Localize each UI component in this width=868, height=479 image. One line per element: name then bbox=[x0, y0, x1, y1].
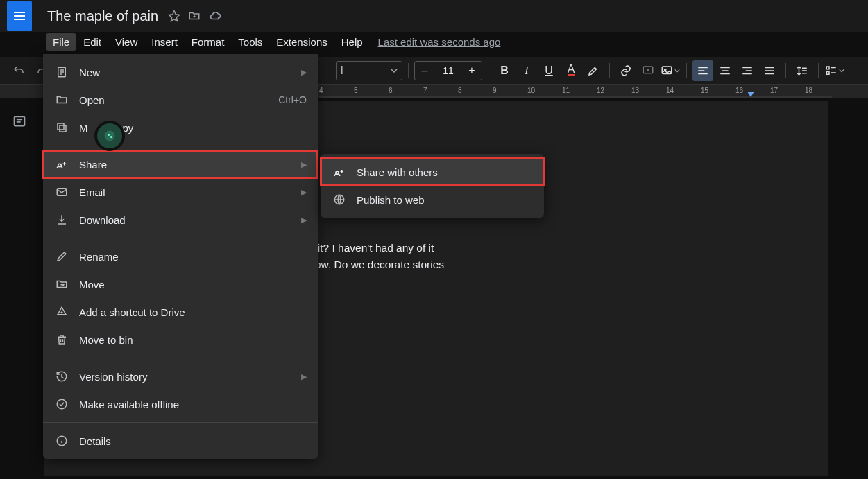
menu-insert[interactable]: Insert bbox=[144, 33, 185, 51]
trash-icon bbox=[54, 333, 69, 346]
left-rail bbox=[0, 98, 39, 479]
menu-item-make-copy[interactable]: M opy bbox=[43, 114, 318, 141]
ruler-tick: 11 bbox=[562, 87, 570, 94]
menu-item-email[interactable]: Email ▶ bbox=[43, 178, 318, 206]
email-icon bbox=[54, 186, 69, 198]
menu-edit[interactable]: Edit bbox=[76, 33, 108, 51]
chevron-right-icon: ▶ bbox=[301, 372, 307, 381]
menu-separator bbox=[43, 358, 318, 358]
line-spacing-button[interactable] bbox=[792, 60, 812, 81]
menu-item-move[interactable]: Move bbox=[43, 270, 318, 298]
menu-view[interactable]: View bbox=[108, 33, 144, 51]
ruler-tick: 8 bbox=[458, 87, 462, 94]
separator bbox=[686, 63, 687, 78]
menu-item-download[interactable]: Download ▶ bbox=[43, 206, 318, 234]
download-icon bbox=[54, 214, 69, 226]
font-size-stepper[interactable]: – 11 + bbox=[414, 61, 482, 80]
move-folder-icon[interactable] bbox=[187, 10, 201, 22]
align-center-button[interactable] bbox=[715, 60, 735, 81]
separator bbox=[408, 63, 409, 78]
star-icon[interactable] bbox=[168, 10, 180, 22]
ruler-tick: 18 bbox=[805, 87, 812, 94]
ruler-tick: 5 bbox=[354, 87, 358, 94]
ruler-tick: 14 bbox=[666, 87, 674, 94]
bold-button[interactable]: B bbox=[494, 60, 515, 81]
menu-tools[interactable]: Tools bbox=[231, 33, 269, 51]
menu-item-version-history[interactable]: Version history ▶ bbox=[43, 363, 318, 390]
separator bbox=[609, 63, 610, 78]
ruler-tick: 4 bbox=[319, 87, 323, 94]
ruler-tick: 16 bbox=[735, 87, 743, 94]
text-color-button[interactable]: A bbox=[561, 60, 581, 81]
font-family-combo[interactable]: l bbox=[336, 61, 402, 80]
file-menu-dropdown: New ▶ Open Ctrl+O M opy Share ▶ Email ▶ bbox=[43, 54, 318, 459]
history-icon bbox=[54, 370, 69, 383]
separator bbox=[488, 63, 488, 78]
separator bbox=[818, 63, 819, 78]
menu-item-details[interactable]: Details bbox=[43, 427, 318, 455]
ruler-tick: 6 bbox=[389, 87, 393, 94]
collaborator-avatar[interactable] bbox=[94, 121, 125, 151]
menu-item-rename[interactable]: Rename bbox=[43, 243, 318, 270]
menu-item-new[interactable]: New ▶ bbox=[43, 58, 318, 86]
menu-item-offline[interactable]: Make available offline bbox=[43, 390, 318, 418]
docs-logo[interactable] bbox=[7, 1, 32, 31]
menu-bar: File Edit View Insert Format Tools Exten… bbox=[46, 32, 500, 51]
title-bar: The maple of pain bbox=[0, 0, 868, 32]
share-submenu: Share with others Publish to web bbox=[321, 154, 544, 218]
checklist-button[interactable] bbox=[824, 60, 845, 81]
menu-format[interactable]: Format bbox=[185, 33, 232, 51]
ruler-tick: 15 bbox=[701, 87, 708, 94]
font-size-decrease[interactable]: – bbox=[415, 62, 434, 80]
align-justify-button[interactable] bbox=[759, 60, 780, 81]
submenu-item-share-others[interactable]: Share with others bbox=[321, 158, 544, 186]
align-left-button[interactable] bbox=[692, 60, 713, 81]
menu-separator bbox=[43, 422, 318, 423]
separator bbox=[785, 63, 786, 78]
ruler-tick: 12 bbox=[597, 87, 604, 94]
insert-link-button[interactable] bbox=[615, 60, 636, 81]
chevron-down-icon bbox=[391, 67, 398, 74]
menu-extensions[interactable]: Extensions bbox=[269, 33, 334, 51]
chevron-down-icon bbox=[839, 68, 844, 73]
highlight-color-button[interactable] bbox=[583, 60, 604, 81]
ruler-marker-icon[interactable] bbox=[747, 92, 754, 97]
share-icon bbox=[54, 158, 69, 171]
folder-icon bbox=[54, 94, 69, 106]
last-edit-link[interactable]: Last edit was seconds ago bbox=[378, 36, 501, 48]
document-icon bbox=[54, 66, 69, 78]
chevron-right-icon: ▶ bbox=[301, 188, 307, 197]
info-icon bbox=[54, 435, 69, 447]
cloud-status-icon[interactable] bbox=[208, 10, 222, 22]
ruler-tick: 7 bbox=[423, 87, 427, 94]
font-size-value[interactable]: 11 bbox=[434, 62, 462, 80]
insert-image-button[interactable] bbox=[660, 60, 681, 81]
globe-icon bbox=[332, 193, 347, 206]
menu-item-open[interactable]: Open Ctrl+O bbox=[43, 86, 318, 114]
italic-button[interactable]: I bbox=[516, 60, 537, 81]
svg-point-15 bbox=[110, 136, 112, 138]
menu-file[interactable]: File bbox=[46, 33, 76, 51]
chevron-right-icon: ▶ bbox=[301, 68, 307, 77]
pencil-icon bbox=[54, 250, 69, 263]
svg-point-14 bbox=[108, 134, 110, 136]
underline-button[interactable]: U bbox=[538, 60, 559, 81]
chevron-right-icon: ▶ bbox=[301, 216, 307, 225]
svg-rect-4 bbox=[826, 71, 829, 74]
font-size-increase[interactable]: + bbox=[462, 62, 482, 80]
share-icon bbox=[332, 166, 347, 178]
menu-item-shortcut[interactable]: Add a shortcut to Drive bbox=[43, 298, 318, 326]
svg-rect-7 bbox=[60, 125, 66, 132]
align-right-button[interactable] bbox=[737, 60, 758, 81]
outline-toggle-button[interactable] bbox=[9, 111, 30, 132]
add-comment-button[interactable] bbox=[638, 60, 658, 81]
menu-help[interactable]: Help bbox=[334, 33, 370, 51]
ruler-tick: 13 bbox=[631, 87, 639, 94]
undo-button[interactable] bbox=[8, 60, 29, 81]
menu-item-bin[interactable]: Move to bin bbox=[43, 326, 318, 354]
document-title[interactable]: The maple of pain bbox=[47, 8, 158, 24]
menu-item-share[interactable]: Share ▶ bbox=[43, 150, 318, 178]
menu-separator bbox=[43, 146, 318, 146]
svg-point-13 bbox=[105, 131, 115, 141]
submenu-item-publish[interactable]: Publish to web bbox=[321, 186, 544, 214]
